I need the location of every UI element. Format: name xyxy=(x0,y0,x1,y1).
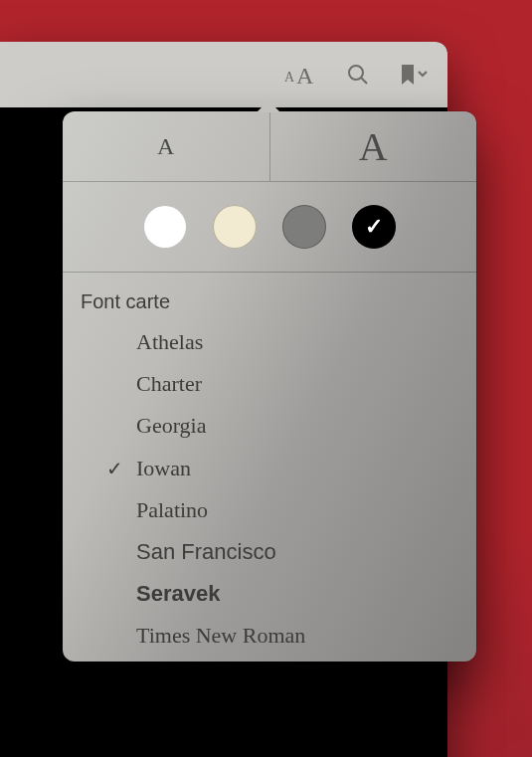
text-size-icon[interactable]: A A xyxy=(284,63,318,87)
font-section-title: Font carte xyxy=(63,273,476,319)
decrease-text-size-button[interactable]: A xyxy=(63,111,269,181)
font-option-palatino[interactable]: Palatino xyxy=(63,489,476,531)
theme-swatch-white[interactable] xyxy=(143,205,187,249)
svg-text:A: A xyxy=(284,70,295,85)
theme-swatch-night[interactable] xyxy=(352,205,396,249)
font-option-label: Palatino xyxy=(136,497,208,522)
check-icon: ✓ xyxy=(106,458,123,479)
font-list: AthelasCharterGeorgia✓IowanPalatinoSan F… xyxy=(63,319,476,658)
font-option-label: Iowan xyxy=(136,456,191,480)
svg-text:A: A xyxy=(296,63,314,87)
font-option-seravek[interactable]: Seravek xyxy=(63,573,476,615)
text-size-row: A A xyxy=(63,111,476,181)
bookmark-icon[interactable] xyxy=(398,63,430,87)
theme-swatch-gray[interactable] xyxy=(282,205,326,249)
font-option-georgia[interactable]: Georgia xyxy=(63,405,476,447)
font-option-label: Athelas xyxy=(136,329,203,354)
increase-text-size-button[interactable]: A xyxy=(269,111,477,181)
decrease-text-glyph: A xyxy=(157,133,174,160)
font-option-times-new-roman[interactable]: Times New Roman xyxy=(63,615,476,657)
theme-swatch-sepia[interactable] xyxy=(213,205,257,249)
increase-text-glyph: A xyxy=(359,123,388,170)
font-option-iowan[interactable]: ✓Iowan xyxy=(63,448,476,489)
font-option-label: San Francisco xyxy=(136,539,276,564)
appearance-popover: A A Font carte AthelasCharterGeorgia✓Iow… xyxy=(63,111,476,662)
font-option-san-francisco[interactable]: San Francisco xyxy=(63,531,476,573)
font-option-label: Charter xyxy=(136,371,202,396)
reader-toolbar: A A xyxy=(0,42,447,107)
font-option-label: Seravek xyxy=(136,581,220,606)
font-option-label: Georgia xyxy=(136,413,206,438)
font-option-charter[interactable]: Charter xyxy=(63,363,476,405)
font-option-label: Times New Roman xyxy=(136,623,305,648)
svg-point-2 xyxy=(349,66,363,80)
theme-row xyxy=(63,182,476,272)
font-option-athelas[interactable]: Athelas xyxy=(63,321,476,363)
popover-arrow xyxy=(257,100,280,112)
search-icon[interactable] xyxy=(346,63,370,87)
svg-line-3 xyxy=(361,78,367,84)
